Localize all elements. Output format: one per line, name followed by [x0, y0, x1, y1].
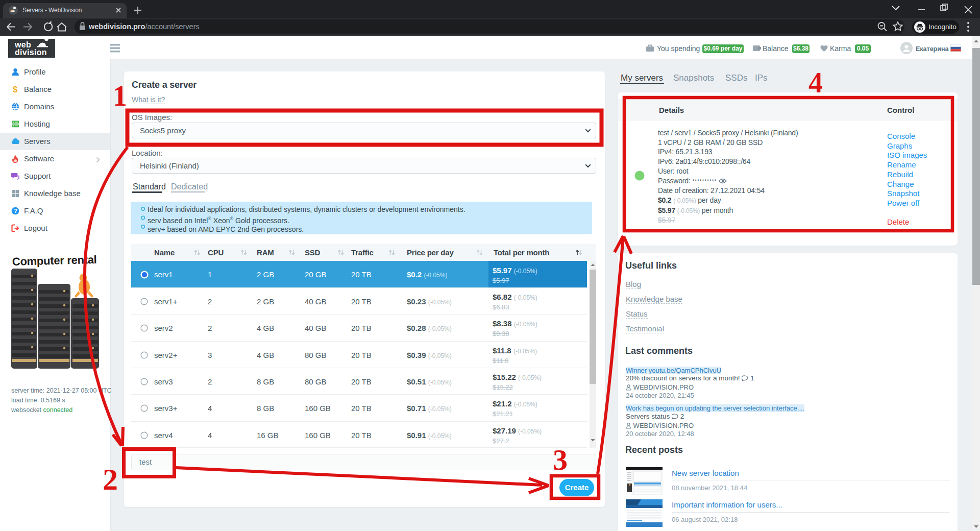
- svg-text:3: 3: [553, 443, 568, 476]
- svg-text:2: 2: [103, 463, 118, 496]
- svg-text:1: 1: [113, 80, 127, 112]
- svg-text:4: 4: [808, 67, 823, 99]
